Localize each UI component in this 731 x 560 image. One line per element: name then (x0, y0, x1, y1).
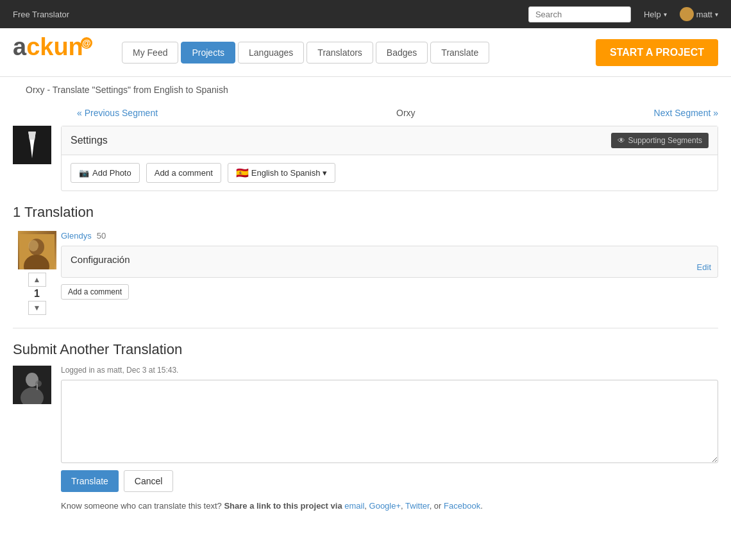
tab-translate[interactable]: Translate (430, 42, 489, 64)
svg-point-5 (28, 240, 38, 251)
share-googleplus-link[interactable]: Google+ (369, 501, 401, 511)
vote-up-button[interactable]: ▲ (28, 273, 46, 287)
share-facebook-link[interactable]: Facebook (444, 501, 480, 511)
section-divider (13, 328, 718, 328)
translation-content: Glendys 50 Configuración Edit Add a comm… (61, 231, 718, 315)
translation-text-box: Configuración Edit (61, 246, 718, 278)
matt-avatar-image (13, 366, 51, 404)
search-input[interactable] (528, 6, 631, 22)
translation-item: ▲ 1 ▼ Glendys 50 Configuración Edit Add … (13, 231, 718, 315)
translation-add-comment-button[interactable]: Add a comment (61, 284, 129, 300)
breadcrumb-text: Orxy - Translate "Settings" from English… (26, 85, 228, 95)
vote-down-icon: ▼ (33, 303, 41, 312)
add-photo-label: Add Photo (92, 168, 131, 178)
segment-navigation: « Previous Segment Orxy Next Segment » (13, 103, 718, 126)
svg-rect-10 (37, 384, 38, 390)
language-selector-button[interactable]: 🇪🇸 English to Spanish ▾ (228, 163, 336, 183)
submit-section: Submit Another Translation Logged in as … (13, 341, 718, 511)
translator-avatar-container: ▲ 1 ▼ (13, 231, 61, 315)
user-caret: ▾ (715, 11, 718, 18)
help-label: Help (644, 10, 661, 19)
vote-down-button[interactable]: ▼ (28, 301, 46, 315)
tab-projects[interactable]: Projects (181, 42, 235, 64)
segment-card-body: 📷 Add Photo Add a comment 🇪🇸 English to … (62, 155, 718, 191)
segment-avatar (13, 126, 61, 191)
tab-languages[interactable]: Languages (238, 42, 304, 64)
cancel-button[interactable]: Cancel (124, 470, 174, 492)
supporting-segments-button[interactable]: 👁 Supporting Segments (611, 133, 709, 148)
logo-text: ackun@ (13, 33, 92, 60)
eye-icon: 👁 (618, 136, 625, 145)
dropdown-caret: ▾ (323, 168, 327, 178)
submit-form: Logged in as matt, Dec 3 at 15:43. Trans… (61, 366, 718, 511)
translator-avatar (18, 231, 56, 269)
brand-text: Free Translator (13, 10, 69, 19)
tab-my-feed[interactable]: My Feed (122, 42, 178, 64)
segment-title: Settings (71, 135, 108, 146)
share-link-text: Share a link to this project via (224, 501, 344, 511)
submit-avatar-container (13, 366, 61, 511)
segment-card-header: Settings 👁 Supporting Segments (62, 126, 718, 155)
logo-bubble: @ (81, 37, 92, 49)
project-name: Orxy (396, 108, 416, 118)
vote-up-icon: ▲ (33, 275, 41, 284)
translator-score: 50 (97, 231, 106, 241)
logged-in-text: Logged in as matt, Dec 3 at 15:43. (61, 366, 718, 375)
share-email-link[interactable]: email (344, 501, 364, 511)
svg-marker-1 (28, 132, 36, 140)
avatar-image (19, 234, 55, 269)
translate-button[interactable]: Translate (61, 470, 119, 492)
segment-wrapper: Settings 👁 Supporting Segments 📷 Add Pho… (13, 126, 718, 191)
translation-meta: Glendys 50 (61, 231, 718, 241)
logo[interactable]: ackun@ (13, 35, 103, 70)
tab-translators[interactable]: Translators (307, 42, 373, 64)
logo-ck: ckun (26, 33, 83, 60)
top-nav-right: Help ▾ matt ▾ (528, 6, 718, 22)
main-header: ackun@ My Feed Projects Languages Transl… (0, 28, 731, 77)
translator-name-link[interactable]: Glendys (61, 231, 92, 241)
add-comment-label: Add a comment (155, 168, 213, 178)
share-twitter-link[interactable]: Twitter (405, 501, 430, 511)
translations-section-title: 1 Translation (13, 204, 718, 221)
submit-user-avatar (13, 366, 51, 404)
edit-link[interactable]: Edit (697, 262, 711, 272)
translation-input[interactable] (61, 380, 718, 463)
submit-section-title: Submit Another Translation (13, 341, 718, 358)
next-segment-link[interactable]: Next Segment » (654, 108, 718, 118)
vote-count: 1 (34, 287, 40, 301)
flag-icon: 🇪🇸 (236, 167, 249, 179)
translation-add-comment: Add a comment (61, 284, 718, 300)
share-question: Know someone who can translate this text… (61, 501, 222, 511)
language-label: English to Spanish (251, 168, 321, 178)
user-avatar-small (680, 7, 694, 21)
logo-prefix: a (13, 33, 26, 60)
add-photo-button[interactable]: 📷 Add Photo (71, 163, 140, 183)
tab-badges[interactable]: Badges (376, 42, 428, 64)
username-label: matt (696, 10, 712, 19)
tie-icon (16, 129, 48, 161)
segment-card: Settings 👁 Supporting Segments 📷 Add Pho… (61, 126, 718, 191)
user-menu[interactable]: matt ▾ (680, 7, 718, 21)
submit-wrapper: Logged in as matt, Dec 3 at 15:43. Trans… (13, 366, 718, 511)
share-text: Know someone who can translate this text… (61, 501, 718, 511)
prev-segment-link[interactable]: « Previous Segment (77, 108, 158, 118)
help-menu[interactable]: Help ▾ (644, 10, 667, 19)
svg-point-9 (35, 380, 42, 387)
top-navbar: Free Translator Help ▾ matt ▾ (0, 0, 731, 28)
vote-controls: ▲ 1 ▼ (28, 273, 46, 315)
breadcrumb: Orxy - Translate "Settings" from English… (13, 77, 718, 103)
start-project-button[interactable]: START A PROJECT (596, 39, 718, 66)
translation-text: Configuración (71, 254, 130, 265)
main-nav: My Feed Projects Languages Translators B… (122, 42, 489, 64)
supporting-segments-label: Supporting Segments (628, 136, 702, 145)
submit-actions: Translate Cancel (61, 470, 718, 492)
project-avatar (13, 126, 51, 164)
add-comment-button[interactable]: Add a comment (146, 163, 221, 183)
camera-icon: 📷 (79, 168, 89, 178)
help-caret: ▾ (664, 11, 667, 18)
